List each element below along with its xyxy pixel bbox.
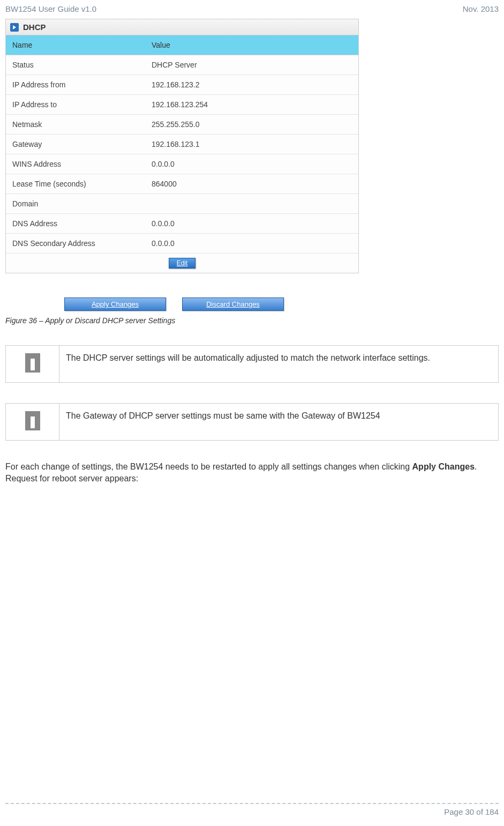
table-row: Netmask 255.255.255.0 [6, 115, 358, 135]
row-value: 0.0.0.0 [145, 214, 181, 233]
row-name: WINS Address [6, 154, 145, 174]
dhcp-panel: DHCP Name Value Status DHCP Server IP Ad… [5, 19, 359, 273]
table-header-row: Name Value [6, 35, 358, 55]
table-row: WINS Address 0.0.0.0 [6, 154, 358, 174]
row-name: Domain [6, 194, 145, 213]
discard-changes-button[interactable]: Discard Changes [182, 297, 284, 311]
row-name: Lease Time (seconds) [6, 174, 145, 194]
table-row: IP Address to 192.168.123.254 [6, 95, 358, 115]
header-left: BW1254 User Guide v1.0 [5, 4, 96, 13]
body-paragraph: For each change of settings, the BW1254 … [5, 461, 499, 484]
header-right: Nov. 2013 [463, 4, 499, 13]
table-row: Status DHCP Server [6, 55, 358, 75]
row-value: 255.255.255.0 [145, 115, 206, 134]
info-icon [25, 411, 40, 430]
row-value [145, 194, 158, 213]
column-header-name: Name [6, 35, 145, 55]
row-name: DNS Secondary Address [6, 234, 145, 253]
row-name: Netmask [6, 115, 145, 134]
apply-changes-button[interactable]: Apply Changes [64, 297, 166, 311]
row-name: IP Address to [6, 95, 145, 114]
row-value: 0.0.0.0 [145, 234, 181, 253]
table-row: Lease Time (seconds) 864000 [6, 174, 358, 194]
footer-divider [5, 803, 499, 804]
table-row: DNS Address 0.0.0.0 [6, 214, 358, 234]
row-name: DNS Address [6, 214, 145, 233]
row-name: Gateway [6, 135, 145, 154]
page-header: BW1254 User Guide v1.0 Nov. 2013 [0, 0, 504, 19]
figure-caption: Figure 36 – Apply or Discard DHCP server… [5, 316, 499, 325]
body-text-1: For each change of settings, the BW1254 … [5, 462, 412, 471]
row-value: 864000 [145, 174, 183, 194]
edit-button[interactable]: Edit [169, 258, 196, 269]
body-text-bold: Apply Changes [412, 462, 475, 471]
row-value: 0.0.0.0 [145, 154, 181, 174]
info-icon-cell [6, 346, 59, 383]
row-value: 192.168.123.2 [145, 75, 206, 94]
table-row: IP Address from 192.168.123.2 [6, 75, 358, 95]
action-buttons-row: Apply Changes Discard Changes [5, 297, 499, 311]
arrow-icon [10, 23, 19, 32]
edit-row: Edit [6, 254, 358, 273]
page-number: Page 30 of 184 [5, 807, 499, 816]
table-row: Gateway 192.168.123.1 [6, 135, 358, 154]
row-value: 192.168.123.1 [145, 135, 206, 154]
column-header-value: Value [145, 35, 177, 55]
dhcp-titlebar: DHCP [6, 19, 358, 35]
info-icon-cell [6, 404, 59, 441]
row-value: 192.168.123.254 [145, 95, 214, 114]
info-text: The Gateway of DHCP server settings must… [59, 404, 499, 441]
row-name: IP Address from [6, 75, 145, 94]
dhcp-title: DHCP [23, 23, 46, 32]
info-box-1: The DHCP server settings will be automat… [5, 345, 499, 383]
row-name: Status [6, 55, 145, 75]
info-box-2: The Gateway of DHCP server settings must… [5, 403, 499, 441]
info-text: The DHCP server settings will be automat… [59, 346, 499, 383]
table-row: Domain [6, 194, 358, 214]
info-icon [25, 353, 40, 373]
page-footer: Page 30 of 184 [5, 803, 499, 816]
row-value: DHCP Server [145, 55, 204, 75]
table-row: DNS Secondary Address 0.0.0.0 [6, 234, 358, 254]
